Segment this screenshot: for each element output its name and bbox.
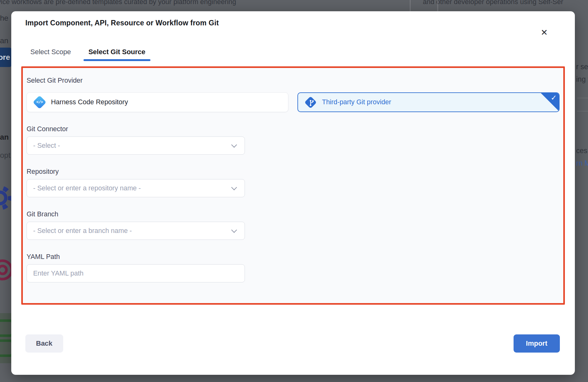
backdrop-fragment: ing t xyxy=(576,75,588,84)
backdrop-text-top-right: and other developer operations using Sel… xyxy=(423,0,563,6)
tab-select-git-source[interactable]: Select Git Source xyxy=(84,48,150,61)
git-branch-input[interactable] xyxy=(27,222,245,240)
backdrop-fragment: an xyxy=(0,36,8,45)
active-tab-indicator xyxy=(84,59,150,61)
backdrop-divider xyxy=(577,98,588,98)
provider-card-harness-code[interactable]: </> Harness Code Repository xyxy=(27,92,288,112)
git-connector-input[interactable] xyxy=(27,137,245,155)
close-icon[interactable]: ✕ xyxy=(538,26,550,39)
yaml-path-group: YAML Path xyxy=(27,252,560,282)
git-provider-label: Select Git Provider xyxy=(27,76,560,85)
repository-select[interactable] xyxy=(27,179,245,197)
repository-label: Repository xyxy=(27,167,560,176)
backdrop-divider xyxy=(437,0,438,11)
tab-label: Select Git Source xyxy=(89,48,145,56)
backdrop-fragment: he xyxy=(0,14,8,23)
git-connector-group: Git Connector xyxy=(27,125,560,155)
code-diamond-icon: </> xyxy=(32,95,47,110)
backdrop-text-top-left: vice workflows are pre-defined templates… xyxy=(0,0,236,6)
dialog-footer: Back Import xyxy=(25,334,561,353)
yaml-path-input[interactable] xyxy=(27,264,245,282)
backdrop-fragment: r sel xyxy=(576,63,588,71)
git-branch-group: Git Branch xyxy=(27,210,560,240)
annotation-highlight-box: Select Git Provider </> Harness Code Rep… xyxy=(21,66,565,305)
backdrop-link-fragment: rn M xyxy=(576,159,588,168)
dialog-tabs: Select Scope Select Git Source xyxy=(25,48,561,61)
back-button[interactable]: Back xyxy=(25,334,63,353)
backdrop-fragment: opt xyxy=(0,151,10,160)
git-connector-select[interactable] xyxy=(27,137,245,155)
git-branch-label: Git Branch xyxy=(27,210,560,219)
yaml-path-field[interactable] xyxy=(27,264,245,282)
backdrop-divider xyxy=(410,0,411,11)
yaml-path-label: YAML Path xyxy=(27,252,560,261)
git-provider-options: </> Harness Code Repository Third-party … xyxy=(27,92,560,112)
tab-label: Select Scope xyxy=(30,48,71,56)
repository-input[interactable] xyxy=(27,179,245,197)
check-icon: ✓ xyxy=(551,94,557,102)
tab-select-scope[interactable]: Select Scope xyxy=(25,48,76,61)
git-connector-label: Git Connector xyxy=(27,125,560,133)
backdrop-explore-button: ore xyxy=(0,48,12,67)
backdrop-fragment: ces, xyxy=(576,147,588,155)
git-diamond-icon xyxy=(303,95,318,110)
import-from-git-dialog: Import Component, API, Resource or Workf… xyxy=(11,11,575,375)
repository-group: Repository xyxy=(27,167,560,197)
import-button[interactable]: Import xyxy=(514,334,560,353)
dialog-title: Import Component, API, Resource or Workf… xyxy=(25,19,561,27)
backdrop-divider xyxy=(577,111,588,111)
provider-card-label: Harness Code Repository xyxy=(51,98,128,106)
provider-card-third-party-git[interactable]: Third-party Git provider ✓ xyxy=(297,92,560,112)
git-branch-select[interactable] xyxy=(27,222,245,240)
provider-card-label: Third-party Git provider xyxy=(322,98,391,106)
backdrop-fragment: an xyxy=(0,133,9,142)
